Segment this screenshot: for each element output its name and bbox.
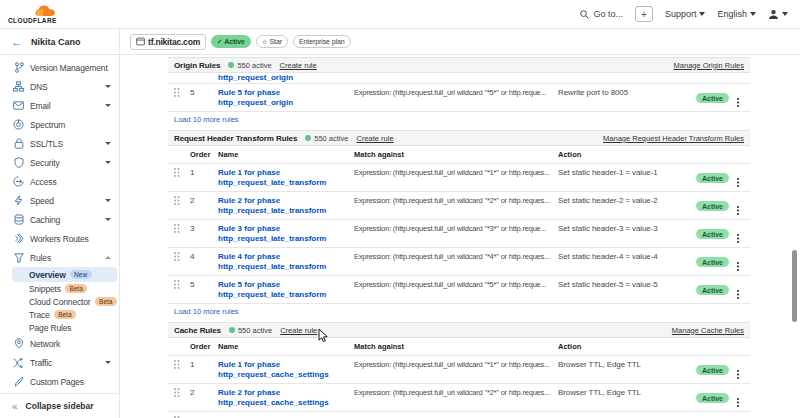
create-rule-link[interactable]: Create rule (280, 326, 317, 335)
section-header: Request Header Transform Rules 550 activ… (168, 130, 750, 146)
rule-action: Set static header-3 = value-3 (558, 224, 696, 244)
star-button[interactable]: ☆ Star (256, 35, 288, 48)
rule-name-link[interactable]: Rule 2 for phase http_request_cache_sett… (218, 388, 354, 408)
drag-handle[interactable] (172, 360, 190, 380)
sidebar-item-version-management[interactable]: Version Management (0, 58, 119, 77)
section-title: Origin Rules (174, 61, 220, 70)
drag-handle[interactable] (172, 224, 190, 244)
load-more-link[interactable]: Load 10 more rules (174, 307, 239, 316)
rule-name-link[interactable]: Rule 1 for phase http_request_late_trans… (218, 168, 354, 188)
context-bar: ← Nikita Cano tf.nikitac.com ✓ Active ☆ … (0, 29, 800, 55)
rule-status-badge: Active (696, 285, 729, 295)
back-arrow-icon[interactable]: ← (11, 36, 22, 48)
ssl-tls-icon (13, 138, 24, 149)
rule-match: Expression: (http.request.full_uri wildc… (354, 360, 558, 380)
support-label: Support (665, 9, 697, 19)
goto-search[interactable]: Go to... (580, 9, 623, 19)
support-menu[interactable]: Support (665, 9, 706, 19)
sidebar-item-rules[interactable]: Rules (0, 248, 119, 267)
sidebar-item-security[interactable]: Security (0, 153, 119, 172)
rule-match: Expression: (http.request.full_uri wildc… (354, 224, 558, 244)
rule-row: 2 Rule 2 for phase http_request_late_tra… (168, 191, 750, 219)
dns-icon (13, 81, 24, 92)
sidebar-item-dns[interactable]: DNS (0, 77, 119, 96)
caching-icon (13, 214, 24, 225)
rule-name-link[interactable]: Rule 5 for phase http_request_late_trans… (218, 280, 354, 300)
rules-section: Origin Rules 550 active Create rule Mana… (168, 57, 750, 126)
drag-handle[interactable] (172, 280, 190, 300)
create-rule-link[interactable]: Create rule (356, 134, 393, 143)
rule-name-link[interactable]: Rule 1 for phase http_request_cache_sett… (218, 360, 354, 380)
beta-badge: Beta (65, 284, 87, 293)
sidebar-item-caching[interactable]: Caching (0, 210, 119, 229)
rule-action: Set static header-4 = value-4 (558, 252, 696, 272)
rule-row: 1 Rule 1 for phase http_request_late_tra… (168, 163, 750, 191)
chevron-down-icon (105, 218, 111, 221)
active-count: 550 active (238, 326, 272, 335)
drag-handle[interactable] (172, 88, 190, 108)
partial-rule-row: http_request_origin (168, 73, 750, 83)
cloudflare-logo[interactable]: CLOUDFLARE (8, 5, 60, 24)
beta-badge: Beta (54, 310, 76, 319)
sidebar-item-custom-pages[interactable]: Custom Pages (0, 372, 119, 391)
traffic-icon (13, 357, 24, 368)
manage-rules-link[interactable]: Manage Cache Rules (672, 326, 744, 335)
rule-name-link[interactable]: Rule 2 for phase http_request_late_trans… (218, 196, 354, 216)
table-column-headers: Order Name Match against Action (168, 338, 750, 355)
workers-routes-icon (13, 233, 24, 244)
mouse-cursor (318, 328, 330, 344)
chevron-down-icon (105, 361, 111, 364)
load-more-link[interactable]: Load 10 more rules (174, 115, 239, 124)
active-count: 550 active (237, 61, 271, 70)
manage-rules-link[interactable]: Manage Origin Rules (674, 61, 744, 70)
add-button[interactable]: + (635, 6, 653, 22)
rule-name-link[interactable]: Rule 5 for phase http_request_origin (218, 88, 354, 108)
sidebar-item-access[interactable]: Access (0, 172, 119, 191)
sidebar-item-workers-routes[interactable]: Workers Routes (0, 229, 119, 248)
sidebar-item-snippets[interactable]: Snippets Beta (0, 282, 119, 295)
sidebar-item-ssl-tls[interactable]: SSL/TLS (0, 134, 119, 153)
chevron-up-icon (105, 256, 111, 259)
collapse-sidebar-button[interactable]: « Collapse sidebar (0, 393, 119, 418)
domain-selector[interactable]: tf.nikitac.com (130, 34, 206, 50)
scrollbar-thumb[interactable] (792, 250, 797, 322)
rule-status-badge: Active (696, 93, 729, 103)
rule-order: 5 (190, 280, 218, 300)
rule-name-link[interactable]: Rule 3 for phase http_request_late_trans… (218, 224, 354, 244)
account-name: Nikita Cano (31, 37, 81, 47)
drag-handle[interactable] (172, 388, 190, 408)
rule-order: 1 (190, 168, 218, 188)
check-icon: ✓ (217, 38, 222, 46)
rule-name-link[interactable]: Rule 4 for phase http_request_late_trans… (218, 252, 354, 272)
rule-match: Expression: (http.request.full_uri wildc… (354, 168, 558, 188)
custom-pages-icon (13, 376, 24, 387)
drag-handle[interactable] (172, 168, 190, 188)
manage-rules-link[interactable]: Manage Request Header Transform Rules (603, 134, 744, 143)
create-rule-link[interactable]: Create rule (280, 61, 317, 70)
col-name: Name (218, 342, 354, 351)
sidebar-item-spectrum[interactable]: Spectrum (0, 115, 119, 134)
rule-name-link[interactable]: http_request_origin (218, 73, 750, 83)
rule-action: Browser TTL, Edge TTL (558, 388, 696, 408)
drag-handle[interactable] (172, 196, 190, 216)
sidebar-item-overview[interactable]: Overview New (12, 267, 117, 282)
rule-order: 2 (190, 196, 218, 216)
sidebar-item-email[interactable]: Email (0, 96, 119, 115)
language-menu[interactable]: English (717, 9, 756, 19)
user-menu[interactable] (768, 9, 788, 20)
sidebar-item-cloud-connector[interactable]: Cloud Connector Beta (0, 295, 119, 308)
rule-order: 1 (190, 360, 218, 380)
sidebar-item-speed[interactable]: Speed (0, 191, 119, 210)
sidebar-item-page-rules[interactable]: Page Rules (0, 321, 119, 334)
rule-match: Expression: (http.request.full_uri wildc… (354, 88, 558, 108)
active-count: 550 active (314, 134, 348, 143)
account-breadcrumb[interactable]: ← Nikita Cano (0, 29, 120, 54)
drag-handle[interactable] (172, 252, 190, 272)
speed-icon (13, 195, 24, 206)
sidebar-item-trace[interactable]: Trace Beta (0, 308, 119, 321)
sidebar-item-network[interactable]: Network (0, 334, 119, 353)
chevron-down-icon (105, 142, 111, 145)
rule-status-badge: Active (696, 257, 729, 267)
sidebar-item-traffic[interactable]: Traffic (0, 353, 119, 372)
rule-row: 4 Rule 4 for phase http_request_late_tra… (168, 247, 750, 275)
